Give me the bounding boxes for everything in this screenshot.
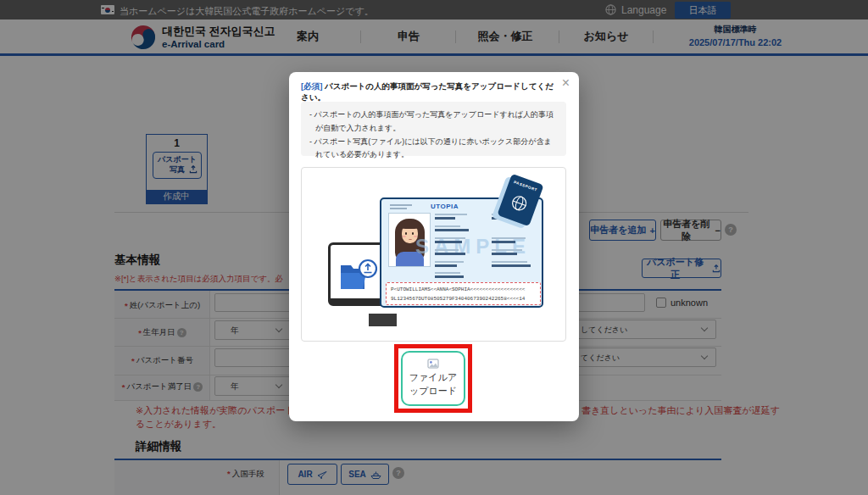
info-line-2: - パスポート写真(ファイル)には以下の通りに赤いボックス部分が含まれている必要…	[309, 136, 558, 163]
file-upload-button[interactable]: ファイルアップロード	[401, 351, 465, 406]
modal-info-box: - パスポートの人的事項面が写った写真をアップロードすれば人的事項が自動で入力さ…	[301, 102, 566, 156]
folder-upload-icon	[339, 258, 380, 293]
passport-field-bar	[492, 249, 522, 255]
required-badge: [必須]	[301, 81, 322, 91]
globe-emblem-icon	[509, 192, 531, 214]
mrz-line-1: P<UTOWILLIAMS<<ANNA<SOPHIA<<<<<<<<<<<<<<…	[391, 286, 536, 295]
passport-field-bar	[492, 237, 526, 243]
passport-field-bar	[492, 261, 531, 267]
mrz-line-2: 9L1234567DUT0850S279F34040673902422658<<…	[391, 295, 536, 304]
passport-field-bar	[435, 225, 469, 231]
passport-country: UTOPIA	[431, 203, 459, 210]
passport-field-bar	[435, 272, 464, 278]
passport-mrz: P<UTOWILLIAMS<<ANNA<SOPHIA<<<<<<<<<<<<<<…	[386, 282, 541, 305]
passport-field-bar	[435, 237, 465, 243]
screen: 当ホームページは大韓民国公式電子政府ホームページです。 Language 日本語…	[0, 0, 868, 495]
passport-field-bar	[435, 214, 467, 220]
upload-highlight-box: ファイルアップロード	[394, 344, 472, 413]
modal-title: [必須] パスポートの人的事項面が写った写真をアップロードしてください。	[301, 81, 555, 103]
passport-example-illustration: UTOPIA SAMPLE	[301, 167, 566, 342]
file-upload-label: ファイルアップロード	[407, 371, 459, 398]
passport-upload-modal: [必須] パスポートの人的事項面が写った写真をアップロードしてください。 × -…	[289, 72, 579, 421]
passport-field-bar	[435, 261, 464, 267]
passport-field-bar	[435, 249, 465, 255]
image-placeholder-icon	[427, 359, 439, 370]
info-line-1: - パスポートの人的事項面が写った写真をアップロードすれば人的事項が自動で入力さ…	[309, 108, 558, 136]
monitor-stand	[369, 314, 397, 326]
modal-title-text: パスポートの人的事項面が写った写真をアップロードしてください。	[301, 81, 554, 102]
close-icon[interactable]: ×	[562, 76, 570, 90]
